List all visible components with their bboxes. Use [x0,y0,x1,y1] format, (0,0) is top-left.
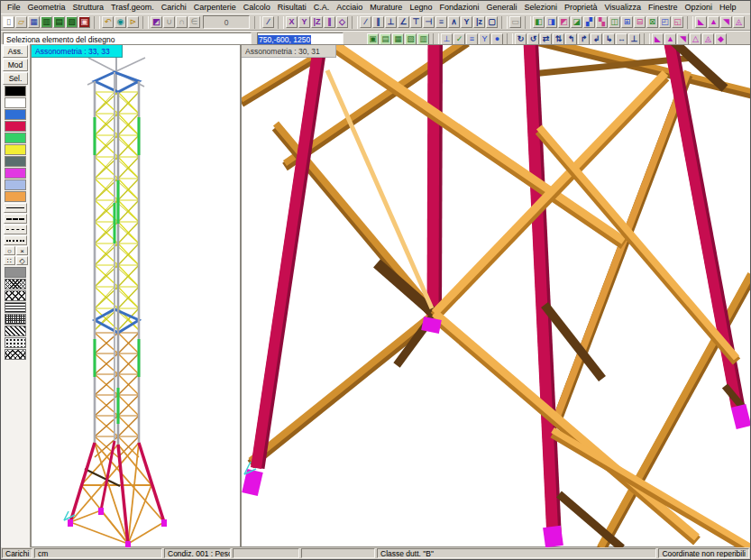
solid-view-button[interactable]: ◩ [151,16,162,28]
copy-tool-button[interactable]: ◪ [571,16,582,28]
axis-z-button[interactable]: |Z [311,16,323,28]
menu-item[interactable]: Fondazioni [435,2,482,13]
marker-circle[interactable]: ○ [4,246,15,255]
pattern-crosshatch[interactable] [5,279,26,289]
divide-tool-button[interactable]: ⊠ [646,16,658,28]
belong-button[interactable]: ∈ [188,16,200,28]
linestyle-dotted[interactable] [4,235,27,245]
mesh-tool-2-button[interactable]: ▲ [708,16,719,28]
snap-perpendicular-button[interactable]: ⊥ [385,16,397,28]
tolerance-field[interactable]: 0 [203,15,250,29]
element-tool-button[interactable]: ◨ [545,16,557,28]
marker-grid[interactable]: ∷ [4,256,15,265]
axis-y-button[interactable]: Y [298,16,310,28]
menu-item[interactable]: File [4,2,24,13]
color-swatch[interactable] [5,109,26,120]
pattern-solid[interactable] [5,267,26,278]
snap-tee-button[interactable]: ⊤ [410,16,422,28]
pattern-diagonal[interactable] [5,326,26,336]
draw-line-button[interactable]: ∕ [262,16,274,28]
menu-item[interactable]: Selezioni [520,2,561,13]
menu-item[interactable]: Visualizza [601,2,645,13]
color-swatch[interactable] [5,144,26,155]
menu-item[interactable]: Calcolo [240,2,274,13]
linestyle-dashed[interactable] [4,214,27,224]
parallel-button[interactable]: ∥ [324,16,335,28]
menu-item[interactable]: C.A. [310,2,334,13]
menu-item[interactable]: Carpenterie [190,2,240,13]
color-swatch[interactable] [5,156,26,167]
color-swatch[interactable] [5,97,26,108]
offset-tool-button[interactable]: ◱ [672,16,683,28]
color-swatch[interactable] [5,86,26,96]
open-button[interactable]: ▱ [15,16,27,28]
join-tool-button[interactable]: ◰ [659,16,671,28]
viewport-right[interactable]: Assonometria : 30, 31 [241,44,751,547]
color-swatch[interactable] [5,191,26,202]
menu-item[interactable]: Finestre [645,2,682,13]
left-3d-canvas[interactable] [32,45,240,546]
color-swatch[interactable] [5,168,26,179]
snap-y-button[interactable]: Y [461,16,472,28]
menu-item[interactable]: Geometria [24,2,69,13]
menu-item[interactable]: Carichi [158,2,190,13]
viewport-left-titlebar[interactable]: Assonometria : 33, 33 [32,45,123,58]
snap-ground-button[interactable]: ⊣ [423,16,435,28]
import-button[interactable]: ⊳ [127,16,139,28]
color-swatch[interactable] [5,133,26,143]
menu-item[interactable]: Risultati [274,2,310,13]
pattern-big-crosshatch[interactable] [5,290,26,301]
mirror-tool-button[interactable]: ▞ [583,16,595,28]
color-swatch[interactable] [5,179,26,190]
stretch-tool-button[interactable]: ⊞ [621,16,633,28]
pattern-dots[interactable] [5,337,26,348]
new-file-button[interactable]: ▯ [3,16,14,28]
menu-item[interactable]: Acciaio [333,2,366,13]
snap-z-button[interactable]: |z [473,16,485,28]
intersect-button[interactable]: ∩ [176,16,188,28]
extrude-tool-button[interactable]: ⊟ [634,16,646,28]
polygon-button[interactable]: ◇ [336,16,348,28]
menu-item[interactable]: Murature [366,2,406,13]
menu-item[interactable]: Help [716,2,740,13]
snap-angle-button[interactable]: ∠ [398,16,409,28]
marker-diamond[interactable]: ◇ [16,256,28,265]
snap-parallel-button[interactable]: ∥ [372,16,384,28]
mode-sel-button[interactable]: Sel. [3,72,28,85]
mode-ass-button[interactable]: Ass. [3,45,28,58]
menu-item[interactable]: Legno [406,2,435,13]
marker-cross[interactable]: × [16,246,28,255]
scale-tool-button[interactable]: ◫ [609,16,620,28]
right-3d-canvas[interactable] [242,45,751,546]
mode-mod-button[interactable]: Mod [3,59,28,71]
save-button[interactable]: ▦ [28,16,40,28]
viewport-left[interactable]: Assonometria : 33, 33 [31,44,241,547]
eraser-button[interactable]: ▭ [509,16,521,28]
menu-item[interactable]: Generali [482,2,520,13]
axis-x-button[interactable]: X [286,16,298,28]
menu-item[interactable]: Trasf.geom. [107,2,158,13]
snap-wedge-button[interactable]: ∧ [448,16,460,28]
union-button[interactable]: ∪ [163,16,175,28]
snap-box-button[interactable]: ▢ [486,16,498,28]
menu-item[interactable]: Proprietà [561,2,601,13]
copy-view-3-button[interactable]: ▧ [66,16,78,28]
mesh-tool-3-button[interactable]: ◥ [720,16,732,28]
mesh-tool-1-button[interactable]: ◣ [695,16,707,28]
material-sphere-button[interactable]: ◉ [114,16,126,28]
copy-view-1-button[interactable]: ▥ [41,16,52,28]
rotate-tool-button[interactable]: ▚ [596,16,608,28]
viewport-right-titlebar[interactable]: Assonometria : 30, 31 [242,45,336,58]
node-tool-button[interactable]: ◧ [533,16,545,28]
pattern-fine-grid[interactable] [5,314,26,325]
pattern-diamond[interactable] [5,349,26,360]
color-swatch[interactable] [5,121,26,132]
menu-item[interactable]: Opzioni [681,2,716,13]
copy-view-2-button[interactable]: ▤ [53,16,65,28]
capture-button[interactable]: ▣ [78,16,90,28]
linestyle-solid[interactable] [4,203,27,213]
snap-line-button[interactable]: ∕ [360,16,371,28]
linestyle-dashdot[interactable] [4,225,27,234]
mesh-tool-4-button[interactable]: ◬ [733,16,745,28]
undo-button[interactable]: ↶ [102,16,114,28]
